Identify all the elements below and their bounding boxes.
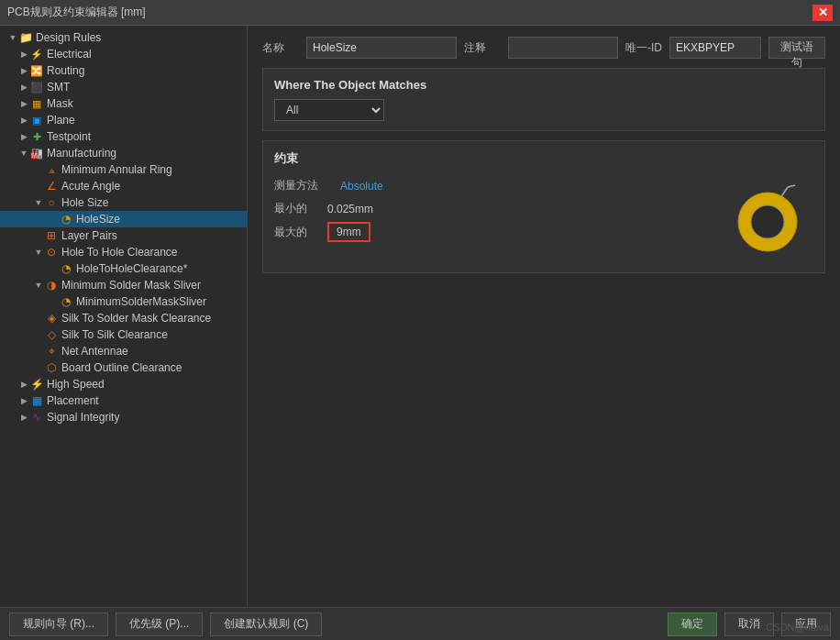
placement-arrow[interactable]: ▶ — [18, 395, 29, 406]
board-outline-label: Board Outline Clearance — [61, 361, 182, 374]
placement-icon: ▦ — [29, 394, 44, 407]
mask-arrow[interactable]: ▶ — [18, 98, 29, 109]
silk-solder-icon: ◈ — [44, 312, 59, 325]
sidebar-item-testpoint[interactable]: ▶ ✚ Testpoint — [0, 128, 247, 145]
donut-arrow-head — [788, 185, 795, 187]
test-button[interactable]: 测试语句 — [768, 37, 825, 59]
where-title: Where The Object Matches — [274, 78, 813, 92]
sidebar-item-mask[interactable]: ▶ ▦ Mask — [0, 95, 247, 112]
signal-integrity-arrow[interactable]: ▶ — [18, 412, 29, 423]
msms-label: MinimumSolderMaskSliver — [76, 295, 206, 308]
electrical-arrow[interactable]: ▶ — [18, 49, 29, 60]
create-default-button[interactable]: 创建默认规则 (C) — [210, 612, 322, 636]
smt-arrow[interactable]: ▶ — [18, 82, 29, 93]
sidebar-item-min-annular[interactable]: ▶ ⟁ Minimum Annular Ring — [0, 161, 247, 178]
where-select-row: All — [274, 99, 813, 121]
method-label: 测量方法 — [274, 178, 329, 193]
manufacturing-arrow[interactable]: ▼ — [18, 148, 29, 159]
name-label: 名称 — [262, 40, 299, 56]
sidebar-item-silk-silk[interactable]: ▶ ◇ Silk To Silk Clearance — [0, 326, 247, 343]
sidebar-item-hole-to-hole[interactable]: ▼ ⊙ Hole To Hole Clearance — [0, 244, 247, 260]
testpoint-arrow[interactable]: ▶ — [18, 131, 29, 142]
min-annular-icon: ⟁ — [44, 163, 59, 176]
sidebar-item-signal-integrity[interactable]: ▶ ∿ Signal Integrity — [0, 409, 247, 425]
high-speed-arrow[interactable]: ▶ — [18, 379, 29, 390]
testpoint-icon: ✚ — [29, 130, 44, 143]
mask-label: Mask — [47, 97, 73, 110]
sidebar-item-placement[interactable]: ▶ ▦ Placement — [0, 392, 247, 409]
plane-arrow[interactable]: ▶ — [18, 115, 29, 126]
bottom-bar: 规则向导 (R)... 优先级 (P)... 创建默认规则 (C) 确定 取消 … — [0, 607, 840, 640]
constraint-box: 约束 测量方法 Absolute 最小的 0.025mm 最大的 9mm — [262, 140, 825, 273]
min-solder-arrow[interactable]: ▼ — [33, 280, 44, 291]
holesize-icon: ◔ — [59, 213, 73, 226]
silk-solder-label: Silk To Solder Mask Clearance — [61, 312, 211, 325]
right-panel: 名称 注释 唯一-ID 测试语句 Where The Object Matche… — [248, 26, 840, 607]
hole-to-hole-arrow[interactable]: ▼ — [33, 247, 44, 258]
max-label: 最大的 — [274, 225, 320, 240]
sidebar-item-layer-pairs[interactable]: ▶ ⊞ Layer Pairs — [0, 227, 247, 244]
constraint-method-row: 测量方法 Absolute — [274, 178, 685, 193]
sidebar-item-silk-solder[interactable]: ▶ ◈ Silk To Solder Mask Clearance — [0, 310, 247, 326]
sidebar-item-acute-angle[interactable]: ▶ ∠ Acute Angle — [0, 178, 247, 194]
sidebar-item-smt[interactable]: ▶ ⬛ SMT — [0, 79, 247, 95]
name-input[interactable] — [306, 37, 457, 59]
signal-integrity-label: Signal Integrity — [47, 411, 119, 424]
ok-button[interactable]: 确定 — [668, 612, 717, 636]
left-tree-panel: ▼ 📁 Design Rules ▶ ⚡ Electrical ▶ 🔀 Rout… — [0, 26, 248, 607]
method-value[interactable]: Absolute — [340, 180, 383, 193]
sidebar-item-board-outline[interactable]: ▶ ⬡ Board Outline Clearance — [0, 359, 247, 376]
plane-label: Plane — [47, 114, 75, 127]
tree-root-label: Design Rules — [36, 31, 101, 44]
smt-icon: ⬛ — [29, 81, 44, 94]
net-antennae-icon: ⌖ — [44, 345, 59, 358]
hole-to-hole-label: Hole To Hole Clearance — [61, 246, 178, 259]
smt-label: SMT — [47, 81, 70, 94]
testpoint-label: Testpoint — [47, 130, 91, 143]
sidebar-item-min-solder-item[interactable]: ▶ ◔ MinimumSolderMaskSliver — [0, 293, 247, 310]
rule-wizard-button[interactable]: 规则向导 (R)... — [9, 612, 108, 636]
donut-svg — [722, 169, 813, 260]
sidebar-item-routing[interactable]: ▶ 🔀 Routing — [0, 62, 247, 79]
title-bar: PCB规则及约束编辑器 [mm] ✕ — [0, 0, 840, 26]
hole-size-icon: ○ — [44, 196, 59, 209]
sidebar-item-hole-size[interactable]: ▼ ○ Hole Size — [0, 194, 247, 211]
silk-silk-icon: ◇ — [44, 328, 59, 341]
routing-arrow[interactable]: ▶ — [18, 65, 29, 76]
id-input[interactable] — [669, 37, 761, 59]
acute-angle-icon: ∠ — [44, 180, 59, 193]
acute-angle-label: Acute Angle — [61, 180, 120, 193]
net-antennae-label: Net Antennae — [61, 345, 128, 358]
sidebar-item-plane[interactable]: ▶ ▣ Plane — [0, 112, 247, 128]
manufacturing-icon: 🏭 — [29, 147, 44, 160]
comment-input[interactable] — [508, 37, 618, 59]
sidebar-item-min-solder[interactable]: ▼ ◑ Minimum Solder Mask Sliver — [0, 277, 247, 293]
title-text: PCB规则及约束编辑器 [mm] — [7, 5, 146, 20]
sidebar-item-hole-to-hole-item[interactable]: ▶ ◔ HoleToHoleClearance* — [0, 260, 247, 277]
priority-button[interactable]: 优先级 (P)... — [116, 612, 203, 636]
min-value: 0.025mm — [327, 203, 392, 215]
min-solder-icon: ◑ — [44, 279, 59, 292]
close-button[interactable]: ✕ — [812, 5, 833, 21]
watermark: CSDN@haiva — [766, 622, 829, 633]
signal-integrity-icon: ∿ — [29, 411, 44, 424]
tree-root[interactable]: ▼ 📁 Design Rules — [0, 29, 247, 46]
constraint-text-area: 测量方法 Absolute 最小的 0.025mm 最大的 9mm — [274, 178, 685, 263]
high-speed-label: High Speed — [47, 378, 105, 391]
sidebar-item-manufacturing[interactable]: ▼ 🏭 Manufacturing — [0, 145, 247, 161]
where-dropdown[interactable]: All — [274, 99, 384, 121]
max-value[interactable]: 9mm — [327, 222, 370, 242]
form-header-row: 名称 注释 唯一-ID 测试语句 — [262, 37, 825, 59]
electrical-icon: ⚡ — [29, 48, 44, 61]
hole-size-arrow[interactable]: ▼ — [33, 197, 44, 208]
sidebar-item-high-speed[interactable]: ▶ ⚡ High Speed — [0, 376, 247, 392]
msms-icon: ◔ — [59, 295, 73, 308]
placement-label: Placement — [47, 394, 99, 407]
hole-to-hole-icon: ⊙ — [44, 246, 59, 259]
sidebar-item-holesize[interactable]: ▶ ◔ HoleSize — [0, 211, 247, 227]
id-label: 唯一-ID — [625, 40, 662, 56]
root-arrow[interactable]: ▼ — [7, 32, 18, 43]
sidebar-item-electrical[interactable]: ▶ ⚡ Electrical — [0, 46, 247, 62]
sidebar-item-net-antennae[interactable]: ▶ ⌖ Net Antennae — [0, 343, 247, 359]
where-box: Where The Object Matches All — [262, 68, 825, 131]
